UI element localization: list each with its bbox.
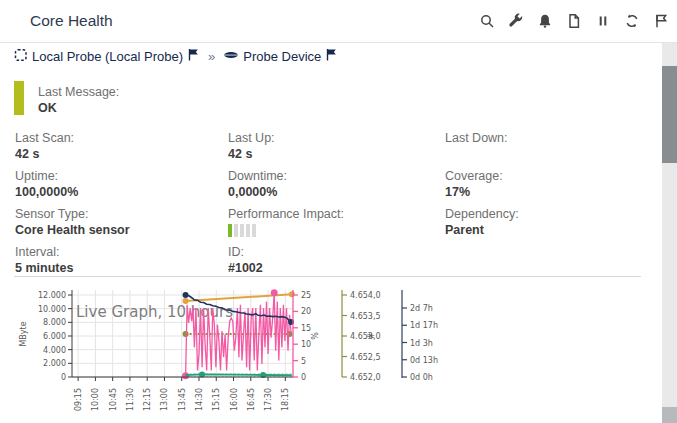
- detail-field: Last Up:42 s: [228, 131, 445, 169]
- svg-text:15: 15: [301, 324, 311, 333]
- svg-text:6.000: 6.000: [43, 332, 66, 341]
- document-icon[interactable]: [565, 13, 582, 30]
- svg-text:12:15: 12:15: [143, 388, 152, 411]
- svg-text:4.652,5: 4.652,5: [350, 353, 381, 362]
- svg-text:13:45: 13:45: [178, 388, 187, 411]
- svg-text:%: %: [311, 332, 320, 340]
- breadcrumb-probe[interactable]: Local Probe (Local Probe): [14, 48, 200, 65]
- pause-icon[interactable]: [594, 13, 611, 30]
- scrollbar-bottom-segment[interactable]: [662, 407, 677, 423]
- detail-field: Uptime:100,0000%: [15, 169, 228, 207]
- svg-text:10:45: 10:45: [109, 388, 118, 411]
- breadcrumb-device[interactable]: Probe Device: [223, 48, 338, 65]
- svg-text:15:15: 15:15: [212, 388, 221, 411]
- detail-field: Coverage:17%: [445, 169, 655, 207]
- live-graph-canvas: Live Graph, 10 hours02.0004.0006.0008.00…: [10, 283, 480, 423]
- last-message-block: Last Message: OK: [38, 85, 119, 116]
- breadcrumb-separator: »: [208, 49, 215, 64]
- svg-text:20: 20: [301, 307, 311, 316]
- svg-text:4.653,5: 4.653,5: [350, 312, 381, 321]
- svg-text:8.000: 8.000: [43, 318, 66, 327]
- status-badge: OK: [38, 101, 119, 116]
- svg-text:10.000: 10.000: [38, 305, 66, 314]
- live-graph: Live Graph, 10 hours02.0004.0006.0008.00…: [10, 283, 480, 423]
- detail-field: [445, 245, 655, 283]
- bell-icon[interactable]: [536, 13, 553, 30]
- breadcrumb: Local Probe (Local Probe) » Probe Device: [14, 46, 338, 66]
- svg-text:13:00: 13:00: [160, 388, 169, 411]
- svg-text:25: 25: [301, 291, 311, 300]
- svg-text:09:15: 09:15: [74, 388, 83, 411]
- section-divider: [14, 276, 641, 277]
- svg-text:12.000: 12.000: [38, 291, 66, 300]
- status-color-bar: [14, 81, 24, 115]
- window-header: Core Health: [0, 0, 677, 43]
- device-icon: [223, 48, 239, 65]
- details-grid: Last Scan:42 sLast Up:42 sLast Down:Upti…: [15, 131, 655, 283]
- breadcrumb-device-label: Probe Device: [243, 49, 321, 64]
- detail-field: Dependency:Parent: [445, 207, 655, 245]
- svg-text:2.000: 2.000: [43, 359, 66, 368]
- probe-icon: [14, 48, 28, 65]
- detail-field: ID:#1002: [228, 245, 445, 283]
- detail-field: Sensor Type:Core Health sensor: [15, 207, 228, 245]
- page-title: Core Health: [30, 0, 113, 42]
- svg-text:0: 0: [61, 373, 66, 382]
- detail-field: Last Down:: [445, 131, 655, 169]
- search-icon[interactable]: [478, 13, 495, 30]
- svg-text:4.652,0: 4.652,0: [350, 373, 381, 382]
- breadcrumb-probe-label: Local Probe (Local Probe): [32, 49, 183, 64]
- svg-text:0: 0: [301, 373, 306, 382]
- scrollbar-thumb[interactable]: [662, 66, 677, 163]
- detail-field: Interval:5 minutes: [15, 245, 228, 283]
- refresh-icon[interactable]: [623, 13, 640, 30]
- wrench-icon[interactable]: [507, 13, 524, 30]
- svg-text:#: #: [367, 332, 376, 339]
- vertical-scrollbar[interactable]: [662, 43, 677, 423]
- flag-icon: [187, 48, 200, 64]
- svg-text:5: 5: [301, 357, 306, 366]
- svg-text:17:30: 17:30: [264, 388, 273, 411]
- svg-text:1d 3h: 1d 3h: [410, 339, 433, 348]
- svg-text:4.654,0: 4.654,0: [350, 291, 381, 300]
- svg-text:10:00: 10:00: [91, 388, 100, 411]
- svg-text:18:15: 18:15: [281, 388, 290, 411]
- svg-text:4.000: 4.000: [43, 346, 66, 355]
- detail-field: Last Scan:42 s: [15, 131, 228, 169]
- svg-text:0d 0h: 0d 0h: [410, 373, 433, 382]
- last-message-label: Last Message:: [38, 85, 119, 100]
- svg-text:16:45: 16:45: [247, 388, 256, 411]
- svg-text:11:30: 11:30: [126, 388, 135, 411]
- flag-icon: [325, 48, 338, 64]
- svg-text:0d 13h: 0d 13h: [410, 356, 438, 365]
- performance-impact-bars: [228, 224, 445, 237]
- svg-text:14:30: 14:30: [195, 388, 204, 411]
- svg-text:16:00: 16:00: [230, 388, 239, 411]
- svg-text:2d 7h: 2d 7h: [410, 304, 433, 313]
- detail-field: Performance Impact:: [228, 207, 445, 245]
- svg-text:MByte: MByte: [19, 321, 28, 346]
- detail-field: Downtime:0,0000%: [228, 169, 445, 207]
- header-toolbar: [478, 0, 669, 42]
- svg-text:1d 17h: 1d 17h: [410, 321, 438, 330]
- svg-text:10: 10: [301, 340, 311, 349]
- flag-icon[interactable]: [652, 13, 669, 30]
- svg-text:Live Graph, 10 hours: Live Graph, 10 hours: [76, 303, 233, 321]
